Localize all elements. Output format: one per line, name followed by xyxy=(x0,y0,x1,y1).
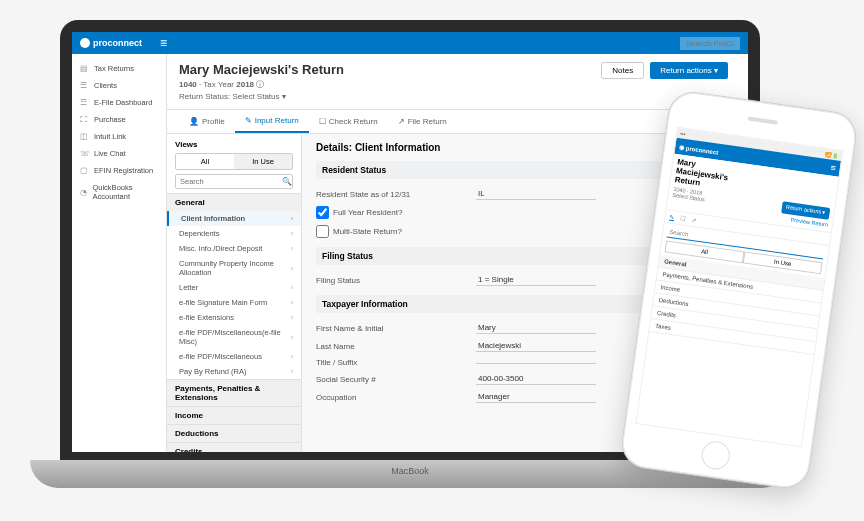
views-panel: Views All In Use 🔍 General xyxy=(167,134,302,452)
chevron-right-icon: › xyxy=(291,368,293,375)
tab-label: File Return xyxy=(408,117,447,126)
page-header: Mary Maciejewski's Return 1040 · Tax Yea… xyxy=(167,54,748,110)
chat-icon: ☏ xyxy=(80,149,89,158)
brand-icon xyxy=(80,38,90,48)
multi-state-checkbox[interactable] xyxy=(316,225,329,238)
check-icon: ☐ xyxy=(319,117,326,126)
topbar: proconnect ≡ xyxy=(72,32,748,54)
cart-icon: ⛶ xyxy=(80,115,89,124)
tree-item[interactable]: e-file PDF/Miscellaneous› xyxy=(167,349,301,364)
main-tabs: 👤Profile ✎Input Return ☐Check Return ↗Fi… xyxy=(167,110,748,134)
chevron-right-icon: › xyxy=(291,215,293,222)
phone-speaker xyxy=(748,117,778,125)
phone-tab-check[interactable]: ☐ xyxy=(680,215,686,224)
sidebar-item-purchase[interactable]: ⛶Purchase xyxy=(72,111,166,128)
global-search-input[interactable] xyxy=(680,37,740,50)
chevron-right-icon: › xyxy=(291,353,293,360)
toggle-all[interactable]: All xyxy=(176,154,234,169)
sidebar-label: Intuit Link xyxy=(94,132,126,141)
hamburger-icon[interactable]: ≡ xyxy=(160,36,167,50)
tab-label: Check Return xyxy=(329,117,378,126)
sidebar: ▤Tax Returns ☰Clients ☲E-File Dashboard … xyxy=(72,54,167,452)
tree-item-client-info[interactable]: Client Information› xyxy=(167,211,301,226)
list-icon: ☲ xyxy=(80,98,89,107)
field-label: Multi-State Return? xyxy=(333,227,493,236)
sidebar-label: EFIN Registration xyxy=(94,166,153,175)
tree-section[interactable]: Credits xyxy=(167,442,301,452)
field-label: Last Name xyxy=(316,342,476,351)
field-label: Occupation xyxy=(316,393,476,402)
field-label: Filing Status xyxy=(316,276,476,285)
sidebar-label: QuickBooks Accountant xyxy=(92,183,158,201)
return-subtitle: 1040 · Tax Year 2018 ⓘ xyxy=(179,79,736,90)
field-value[interactable]: IL xyxy=(476,188,596,200)
sidebar-item-intuit-link[interactable]: ◫Intuit Link xyxy=(72,128,166,145)
field-value[interactable]: 400-00-3500 xyxy=(476,373,596,385)
chevron-right-icon: › xyxy=(291,284,293,291)
sidebar-item-quickbooks[interactable]: ◔QuickBooks Accountant xyxy=(72,179,166,205)
tab-input-return[interactable]: ✎Input Return xyxy=(235,110,309,133)
chevron-right-icon: › xyxy=(291,245,293,252)
field-label: Title / Suffix xyxy=(316,358,476,367)
qb-icon: ◔ xyxy=(80,188,87,197)
sidebar-item-clients[interactable]: ☰Clients xyxy=(72,77,166,94)
toggle-inuse[interactable]: In Use xyxy=(234,154,292,169)
notes-button[interactable]: Notes xyxy=(601,62,644,79)
sidebar-item-efile-dashboard[interactable]: ☲E-File Dashboard xyxy=(72,94,166,111)
field-label: Resident State as of 12/31 xyxy=(316,190,476,199)
sidebar-item-live-chat[interactable]: ☏Live Chat xyxy=(72,145,166,162)
tree-item[interactable]: e-file Signature Main Form› xyxy=(167,295,301,310)
return-status[interactable]: Return Status: Select Status ▾ xyxy=(179,92,736,101)
phone-menu-icon[interactable]: ≡ xyxy=(830,163,837,174)
tab-label: Input Return xyxy=(255,116,299,125)
field-value[interactable]: Maciejewski xyxy=(476,340,596,352)
sidebar-label: Tax Returns xyxy=(94,64,134,73)
full-year-checkbox[interactable] xyxy=(316,206,329,219)
brand: proconnect xyxy=(80,38,142,48)
tab-profile[interactable]: 👤Profile xyxy=(179,110,235,133)
phone-tab-file[interactable]: ↗ xyxy=(691,216,697,225)
profile-icon: 👤 xyxy=(189,117,199,126)
tree-item[interactable]: e-file PDF/Miscellaneous(e-file Misc)› xyxy=(167,325,301,349)
sidebar-item-efin[interactable]: ▢EFIN Registration xyxy=(72,162,166,179)
tree-section-general[interactable]: General xyxy=(167,193,301,211)
field-label: Social Security # xyxy=(316,375,476,384)
tree-item[interactable]: e-file Extensions› xyxy=(167,310,301,325)
id-icon: ▢ xyxy=(80,166,89,175)
field-value[interactable]: Manager xyxy=(476,391,596,403)
sidebar-item-tax-returns[interactable]: ▤Tax Returns xyxy=(72,60,166,77)
tree-section[interactable]: Payments, Penalties & Extensions xyxy=(167,379,301,406)
tree-item[interactable]: Misc. Info./Direct Deposit› xyxy=(167,241,301,256)
tree-section[interactable]: Income xyxy=(167,406,301,424)
send-icon: ↗ xyxy=(398,117,405,126)
brand-text: proconnect xyxy=(93,38,142,48)
search-icon[interactable]: 🔍 xyxy=(278,175,296,188)
field-label: Full Year Resident? xyxy=(333,208,493,217)
chevron-right-icon: › xyxy=(291,314,293,321)
views-search: 🔍 xyxy=(175,174,293,189)
phone-home-button[interactable] xyxy=(700,440,732,472)
tab-file-return[interactable]: ↗File Return xyxy=(388,110,457,133)
tree-section[interactable]: Deductions xyxy=(167,424,301,442)
doc-icon: ▤ xyxy=(80,64,89,73)
sidebar-label: Clients xyxy=(94,81,117,90)
field-value[interactable]: Mary xyxy=(476,322,596,334)
views-search-input[interactable] xyxy=(176,175,278,188)
tree-item[interactable]: Community Property Income Allocation› xyxy=(167,256,301,280)
field-label: First Name & Initial xyxy=(316,324,476,333)
tab-check-return[interactable]: ☐Check Return xyxy=(309,110,388,133)
phone-tab-input[interactable]: ✎ xyxy=(669,213,675,222)
sidebar-label: Purchase xyxy=(94,115,126,124)
field-value[interactable] xyxy=(476,361,596,364)
return-actions-button[interactable]: Return actions ▾ xyxy=(650,62,728,79)
field-value[interactable]: 1 = Single xyxy=(476,274,596,286)
sidebar-label: E-File Dashboard xyxy=(94,98,152,107)
sidebar-label: Live Chat xyxy=(94,149,126,158)
tree-item[interactable]: Pay By Refund (RA)› xyxy=(167,364,301,379)
tree-item[interactable]: Letter› xyxy=(167,280,301,295)
phone-brand: ◉ proconnect xyxy=(679,143,719,155)
tree-item[interactable]: Dependents› xyxy=(167,226,301,241)
link-icon: ◫ xyxy=(80,132,89,141)
chevron-right-icon: › xyxy=(291,230,293,237)
chevron-right-icon: › xyxy=(291,299,293,306)
